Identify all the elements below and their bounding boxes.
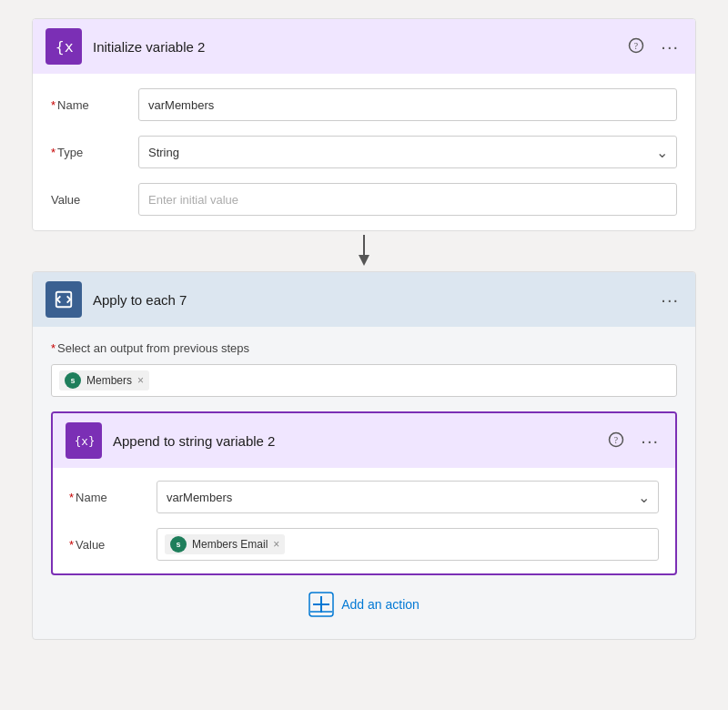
initialize-variable-card: {x} Initialize variable 2 ? ··· *Name <box>32 18 696 231</box>
apply-actions: ··· <box>657 287 682 312</box>
apply-header: Apply to each 7 ··· <box>33 272 695 327</box>
svg-text:{x}: {x} <box>56 38 74 56</box>
init-var-type-label: *Type <box>51 146 124 159</box>
append-var-name-row: *Name varMembers ⌄ <box>69 481 659 513</box>
init-var-title: Initialize variable 2 <box>93 39 613 55</box>
members-tag-label: Members <box>86 374 132 387</box>
init-var-header: {x} Initialize variable 2 ? ··· <box>33 19 695 74</box>
append-var-value-input[interactable]: s Members Email × <box>157 528 659 561</box>
members-email-tag-close[interactable]: × <box>273 539 279 550</box>
init-var-actions: ? ··· <box>624 34 682 60</box>
append-var-more-btn[interactable]: ··· <box>637 428 662 453</box>
init-var-name-row: *Name <box>51 88 677 121</box>
append-var-actions: ? ··· <box>604 428 662 454</box>
members-email-tag-icon: s <box>170 536 187 553</box>
svg-text:?: ? <box>634 40 638 50</box>
members-email-tag: s Members Email × <box>165 534 285 554</box>
init-var-name-input[interactable] <box>138 88 677 121</box>
arrow-connector <box>353 231 375 271</box>
append-var-help-btn[interactable]: ? <box>604 428 628 454</box>
init-var-icon: {x} <box>46 28 82 65</box>
init-var-type-select-wrapper: String Boolean Integer Float Array Objec… <box>138 136 677 168</box>
init-var-more-btn[interactable]: ··· <box>657 34 682 59</box>
curly-braces-icon: {x} <box>54 36 74 56</box>
init-var-name-label: *Name <box>51 98 124 112</box>
init-var-value-row: Value <box>51 183 677 216</box>
apply-body: *Select an output from previous steps s … <box>33 327 695 639</box>
add-action-label: Add an action <box>341 597 420 612</box>
init-var-value-label: Value <box>51 193 124 207</box>
append-var-name-label: *Name <box>69 491 142 504</box>
loop-icon <box>54 289 74 309</box>
apply-icon <box>46 281 82 318</box>
apply-title: Apply to each 7 <box>93 292 646 308</box>
select-prev-label: *Select an output from previous steps <box>51 341 677 355</box>
append-var-card: {x} Append to string variable 2 ? ··· <box>51 411 677 575</box>
append-var-body: *Name varMembers ⌄ *Value <box>53 468 675 573</box>
members-tag-icon: s <box>65 372 81 389</box>
svg-text:{x}: {x} <box>75 435 94 449</box>
members-email-tag-label: Members Email <box>192 538 268 551</box>
init-var-type-row: *Type String Boolean Integer Float Array… <box>51 136 677 168</box>
members-tag-close[interactable]: × <box>137 375 144 386</box>
svg-marker-4 <box>359 255 369 266</box>
curly-braces-2-icon: {x} <box>74 431 94 451</box>
apply-to-each-card: Apply to each 7 ··· *Select an output fr… <box>32 271 696 640</box>
init-var-value-input[interactable] <box>138 183 677 216</box>
svg-text:?: ? <box>614 434 618 444</box>
init-var-body: *Name *Type String Boolean Integer Float… <box>33 74 695 230</box>
init-var-help-btn[interactable]: ? <box>624 34 648 60</box>
init-var-type-select[interactable]: String Boolean Integer Float Array Objec… <box>138 136 677 168</box>
append-var-icon: {x} <box>66 422 102 459</box>
add-action-icon <box>308 592 334 617</box>
append-var-title: Append to string variable 2 <box>113 433 593 449</box>
append-var-value-row: *Value s Members Email × <box>69 528 659 561</box>
svg-rect-5 <box>56 292 72 308</box>
append-var-value-label: *Value <box>69 538 142 552</box>
append-var-name-select-wrapper: varMembers ⌄ <box>157 481 659 513</box>
page-container: {x} Initialize variable 2 ? ··· *Name <box>32 18 696 692</box>
append-var-name-select[interactable]: varMembers <box>157 481 659 513</box>
add-action-button[interactable]: Add an action <box>308 592 420 617</box>
members-tag: s Members × <box>59 370 149 390</box>
append-var-header: {x} Append to string variable 2 ? ··· <box>53 413 675 468</box>
add-action-container: Add an action <box>51 575 677 624</box>
apply-more-btn[interactable]: ··· <box>657 287 682 312</box>
select-prev-input[interactable]: s Members × <box>51 364 677 397</box>
